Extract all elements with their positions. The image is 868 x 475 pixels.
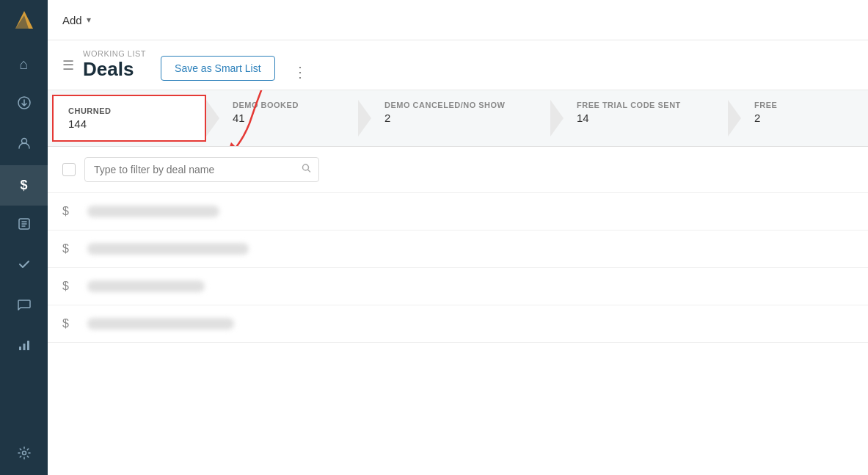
pipeline-stage-demo-booked[interactable]: DEMO BOOKED 41 (222, 90, 358, 146)
deal-name-blurred (87, 280, 205, 292)
deals-icon: $ (20, 178, 27, 193)
topbar: Add ▾ (48, 0, 868, 40)
sidebar-item-import[interactable] (0, 84, 48, 125)
save-smart-list-button[interactable]: Save as Smart List (161, 56, 275, 81)
deal-dollar-icon: $ (62, 205, 77, 218)
home-icon: ⌂ (19, 56, 28, 73)
filter-bar (48, 147, 868, 193)
svg-rect-6 (23, 344, 25, 350)
header: ☰ WORKING LIST Deals Save as Smart List … (48, 40, 868, 90)
deal-row[interactable]: $ (48, 193, 868, 231)
svg-point-8 (22, 452, 26, 455)
settings-icon (17, 446, 32, 464)
stage-name-demo-booked: DEMO BOOKED (233, 101, 343, 109)
deal-row[interactable]: $ (48, 231, 868, 268)
stage-count-demo-booked: 41 (233, 112, 343, 124)
add-button[interactable]: Add ▾ (62, 14, 91, 26)
add-label: Add (62, 14, 82, 26)
deal-name-blurred (87, 318, 234, 330)
reports-icon (17, 338, 32, 356)
stage-count-demo-canceled: 2 (384, 112, 536, 124)
pipeline-stage-demo-canceled[interactable]: DEMO CANCELED/NO SHOW 2 (374, 90, 550, 146)
stage-count-free-trial-sent: 14 (577, 112, 713, 124)
deal-name-blurred (87, 206, 219, 217)
stage-arrow-1 (206, 90, 222, 146)
stage-name-free-trial-sent: FREE TRIAL CODE SENT (577, 101, 713, 109)
header-left: ☰ WORKING LIST Deals (62, 49, 146, 90)
pipeline-stages: CHURNED 144 DEMO BOOKED 41 DEMO CANCELED… (48, 90, 868, 147)
stage-name-demo-canceled: DEMO CANCELED/NO SHOW (384, 101, 536, 109)
stage-name-free-2: FREE (754, 101, 777, 109)
deal-row[interactable]: $ (48, 268, 868, 305)
messages-icon (17, 297, 32, 316)
pipeline-stage-churned[interactable]: CHURNED 144 (52, 95, 206, 142)
deal-dollar-icon: $ (62, 280, 77, 293)
search-icon (302, 164, 312, 176)
pipeline-stage-free-2[interactable]: FREE 2 (744, 90, 792, 146)
checklist-icon (17, 257, 32, 275)
import-icon (17, 95, 32, 114)
sidebar: ⌂ $ (0, 0, 48, 475)
stage-arrow-3 (550, 90, 566, 146)
deal-row[interactable]: $ (48, 305, 868, 343)
main-content: Add ▾ ☰ WORKING LIST Deals Save as Smart… (48, 0, 868, 475)
sidebar-logo[interactable] (0, 0, 48, 40)
more-options-button[interactable]: ⋮ (290, 63, 307, 90)
deal-dollar-icon: $ (62, 317, 77, 330)
contacts-icon (17, 136, 32, 154)
menu-icon[interactable]: ☰ (62, 57, 74, 73)
svg-rect-5 (19, 347, 21, 350)
deal-name-blurred (87, 243, 249, 255)
stage-count-free-2: 2 (754, 112, 777, 124)
stage-arrow-4 (728, 90, 744, 146)
sidebar-item-tasks[interactable] (0, 206, 48, 246)
pipeline-stage-free-trial-sent[interactable]: FREE TRIAL CODE SENT 14 (566, 90, 728, 146)
deals-area: $ $ $ $ (48, 147, 868, 475)
filter-input-wrap (84, 157, 319, 182)
sidebar-item-reports[interactable] (0, 327, 48, 367)
chevron-down-icon: ▾ (87, 15, 91, 25)
svg-rect-7 (27, 341, 29, 350)
deal-filter-input[interactable] (84, 157, 319, 182)
sidebar-item-home[interactable]: ⌂ (0, 44, 48, 84)
stage-arrow-2 (358, 90, 374, 146)
sidebar-item-deals[interactable]: $ (0, 165, 48, 206)
sidebar-item-checklist[interactable] (0, 246, 48, 286)
sidebar-navigation: ⌂ $ (0, 44, 48, 475)
sidebar-item-messages[interactable] (0, 286, 48, 327)
stage-name-churned: CHURNED (68, 106, 190, 115)
tasks-icon (17, 217, 32, 235)
select-all-checkbox[interactable] (62, 163, 76, 176)
deal-dollar-icon: $ (62, 242, 77, 255)
sidebar-item-contacts[interactable] (0, 125, 48, 165)
header-title-group: WORKING LIST Deals (83, 49, 146, 81)
stage-count-churned: 144 (68, 117, 190, 130)
sidebar-item-settings[interactable] (0, 435, 48, 475)
working-list-label: WORKING LIST (83, 49, 146, 58)
page-title: Deals (83, 58, 146, 81)
